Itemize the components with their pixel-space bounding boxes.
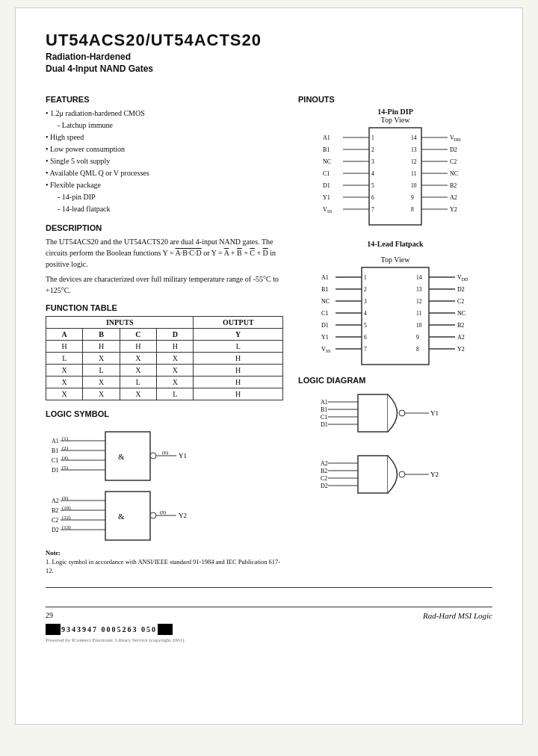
output-header: OUTPUT [194, 317, 283, 329]
svg-text:A1: A1 [52, 438, 59, 444]
svg-text:B2: B2 [52, 507, 58, 514]
svg-text:D1: D1 [321, 322, 329, 329]
description-title: DESCRIPTION [46, 223, 283, 232]
logic-diagram-container: A1 B1 C1 D1 Y1 A2 [298, 388, 492, 508]
description-text1: The UT54ACS20 and the UT54ACTS20 are dua… [46, 236, 283, 270]
svg-text:3: 3 [364, 298, 367, 305]
svg-text:C2: C2 [457, 298, 464, 305]
svg-text:A2: A2 [457, 334, 465, 341]
svg-text:D1: D1 [52, 467, 59, 474]
dip-diagram-container: A1 B1 NC C1 D1 Y1 VSS VDD D2 C2 NC B2 A2… [298, 124, 492, 232]
svg-text:B1: B1 [321, 406, 327, 413]
svg-text:B2: B2 [450, 182, 457, 189]
svg-text:A2: A2 [450, 194, 457, 201]
svg-text:D2: D2 [450, 146, 457, 153]
svg-text:(8): (8) [160, 509, 167, 515]
svg-text:A2: A2 [321, 460, 328, 467]
svg-text:4: 4 [364, 310, 367, 317]
table-row: LXXXH [46, 353, 283, 365]
svg-text:Y2: Y2 [179, 512, 187, 519]
page-number: 29 [46, 611, 53, 619]
svg-text:A1: A1 [321, 274, 329, 281]
svg-text:Y2: Y2 [430, 471, 439, 478]
svg-text:(12): (12) [62, 515, 71, 521]
flatpack-diagram-container: A1 B1 NC C1 D1 Y1 VSS VDD D2 C2 NC B2 A2… [298, 264, 492, 372]
dip-title: 14-Pin DIP [298, 108, 492, 116]
powered-by-text: Powered by IConnect Electronic Library S… [46, 637, 492, 643]
svg-text:2: 2 [371, 146, 374, 153]
svg-text:NC: NC [457, 310, 466, 317]
svg-text:Y1: Y1 [323, 194, 330, 201]
col-b: B [83, 329, 120, 341]
svg-text:VSS: VSS [323, 206, 332, 214]
svg-text:VDD: VDD [450, 134, 461, 142]
svg-text:D2: D2 [321, 483, 328, 489]
svg-text:13: 13 [416, 286, 422, 293]
flatpack-title: 14-Lead Flatpack [298, 240, 492, 248]
table-row: HHHHL [46, 341, 283, 353]
svg-text:A1: A1 [323, 134, 330, 141]
svg-text:Y1: Y1 [179, 452, 187, 459]
logic-diagram-title: LOGIC DIAGRAM [298, 376, 492, 385]
subtitle2: Dual 4-Input NAND Gates [46, 63, 492, 74]
svg-text:5: 5 [364, 322, 367, 329]
inputs-header: INPUTS [46, 317, 194, 329]
subtitle1: Radiation-Hardened [46, 52, 492, 62]
svg-text:5: 5 [371, 182, 374, 189]
description-text2: The devices are characterized over full … [46, 273, 283, 296]
brand-label: Rad-Hard MSI Logic [423, 611, 492, 620]
svg-text:6: 6 [371, 194, 374, 201]
feature-6: Flexible package [46, 179, 283, 190]
svg-rect-0 [105, 432, 150, 480]
svg-text:NC: NC [321, 298, 330, 305]
svg-text:B1: B1 [321, 286, 328, 293]
svg-text:8: 8 [411, 206, 414, 213]
col-c: C [120, 329, 156, 341]
svg-text:VSS: VSS [321, 346, 330, 353]
svg-text:D1: D1 [321, 421, 328, 428]
svg-text:&: & [118, 512, 125, 521]
note-text: 1. Logic symbol in accordance with ANSI/… [46, 558, 280, 574]
svg-rect-122 [358, 394, 388, 432]
svg-text:C2: C2 [450, 158, 457, 165]
svg-text:D2: D2 [52, 527, 59, 533]
svg-text:(10): (10) [62, 505, 71, 511]
svg-text:11: 11 [416, 310, 421, 317]
col-d: D [157, 329, 194, 341]
left-column: FEATURES 1.2μ radiation-hardened CMOS La… [46, 87, 283, 576]
svg-text:3: 3 [371, 158, 374, 165]
svg-text:B1: B1 [323, 146, 330, 153]
barcode: 9343947 0005263 050 [46, 624, 173, 635]
svg-text:10: 10 [416, 322, 422, 329]
svg-text:C1: C1 [52, 457, 58, 464]
barcode-block-left [46, 624, 61, 635]
svg-text:NC: NC [323, 158, 331, 165]
svg-text:1: 1 [371, 134, 374, 141]
col-y: Y [194, 329, 283, 341]
svg-text:(1): (1) [62, 436, 69, 441]
features-list: 1.2μ radiation-hardened CMOS Latchup imm… [46, 108, 283, 214]
svg-text:C1: C1 [321, 414, 327, 421]
svg-text:D2: D2 [457, 286, 465, 293]
svg-text:2: 2 [364, 286, 367, 293]
flatpack-subtitle: Top View [298, 255, 492, 264]
svg-text:13: 13 [411, 146, 417, 153]
svg-text:(6): (6) [162, 450, 169, 456]
barcode-section: 9343947 0005263 050 [46, 624, 492, 635]
svg-text:C2: C2 [321, 475, 327, 482]
svg-text:B1: B1 [52, 447, 58, 454]
logic-symbol-svg: A1 B1 C1 D1 (1) (2) (4) (5) (6) Y1 & [46, 424, 210, 544]
column-headers: A B C D Y [46, 329, 283, 341]
barcode-text: 9343947 0005263 050 [61, 625, 157, 633]
svg-text:NC: NC [450, 170, 458, 177]
svg-text:4: 4 [371, 170, 374, 177]
page-title: UT54ACS20/UT54ACTS20 [46, 31, 492, 50]
svg-text:8: 8 [416, 346, 419, 353]
pinouts-title: PINOUTS [298, 95, 492, 104]
svg-text:D1: D1 [323, 182, 330, 189]
feature-6-sub2: 14-lead flatpack [58, 203, 283, 214]
svg-text:Y2: Y2 [457, 346, 465, 353]
svg-text:A2: A2 [52, 498, 59, 504]
svg-text:A1: A1 [321, 399, 328, 406]
feature-1: 1.2μ radiation-hardened CMOS [46, 108, 283, 119]
